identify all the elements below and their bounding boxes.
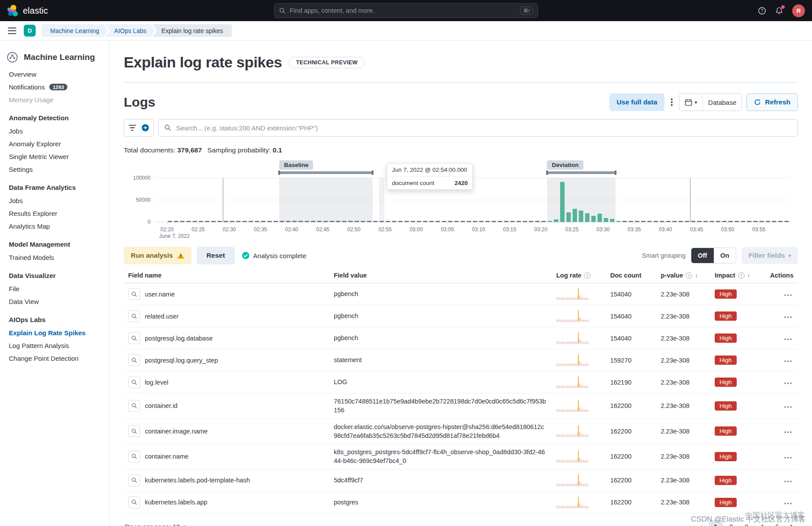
impact-badge: High (715, 452, 737, 461)
sidebar-item-jobs[interactable]: Jobs (0, 125, 109, 137)
row-actions-button[interactable] (782, 315, 794, 320)
elastic-home-link[interactable]: elastic (7, 5, 48, 17)
breadcrumb-item: Explain log rate spikes (152, 24, 232, 37)
sidebar-item-file[interactable]: File (0, 282, 109, 295)
field-filter-icon[interactable] (128, 496, 140, 508)
sidebar: Machine Learning OverviewNotifications12… (0, 41, 110, 526)
use-full-data-button[interactable]: Use full data (609, 93, 664, 111)
sidebar-item-label: File (9, 285, 19, 293)
svg-text:03:45: 03:45 (690, 226, 703, 233)
watermark-overlay-text: 中国社区官方博客 (745, 510, 805, 520)
query-search-input[interactable]: Search... (e.g. status:200 AND extension… (158, 119, 798, 137)
dots-vertical-icon (671, 98, 673, 106)
field-filter-icon[interactable] (128, 474, 140, 486)
field-filter-icon[interactable] (128, 354, 140, 366)
log-rate-sparkline (556, 473, 589, 486)
field-filter-icon[interactable] (128, 332, 140, 344)
filter-fields-button[interactable]: Filter fields ▾ (742, 247, 798, 264)
svg-text:03:35: 03:35 (627, 226, 641, 233)
run-analysis-button[interactable]: Run analysis (124, 247, 192, 264)
rows-per-page-button[interactable]: Rows per page: 10 ▾ (125, 523, 185, 526)
row-actions-button[interactable] (782, 455, 794, 460)
add-filter-button[interactable] (140, 122, 151, 133)
impact-badge: High (715, 476, 737, 485)
smart-grouping-label: Smart grouping (642, 252, 686, 259)
notifications-bell-icon[interactable] (775, 7, 783, 15)
smart-grouping-on-button[interactable]: On (714, 248, 736, 263)
field-filter-icon[interactable] (128, 288, 140, 300)
reset-button[interactable]: Reset (197, 247, 235, 264)
doc-count-value: 162200 (606, 393, 657, 419)
doc-count-value: 162190 (606, 371, 657, 393)
field-name-text: container.image.name (145, 428, 208, 435)
field-filter-icon[interactable] (128, 425, 140, 437)
row-actions-button[interactable] (782, 359, 794, 364)
calendar-dropdown-button[interactable]: ▾ (679, 94, 703, 111)
column-header-p-value[interactable]: p-valuei↑ (656, 268, 710, 283)
sidebar-item-analytics-map[interactable]: Analytics Map (0, 220, 109, 233)
field-filter-icon[interactable] (128, 451, 140, 463)
sidebar-item-settings[interactable]: Settings (0, 163, 109, 176)
sidebar-item-notifications[interactable]: Notifications1293 (0, 81, 109, 93)
sidebar-item-explain-log-rate-spikes[interactable]: Explain Log Rate Spikes (0, 326, 109, 339)
options-menu-button[interactable] (669, 96, 675, 108)
doc-count-value: 154040 (606, 283, 657, 305)
svg-text:03:30: 03:30 (597, 226, 610, 233)
sidebar-item-change-point-detection[interactable]: Change Point Detection (0, 352, 109, 365)
row-actions-button[interactable] (782, 293, 794, 298)
row-actions-button[interactable] (782, 430, 794, 435)
baseline-window-chip[interactable]: Baseline (279, 160, 314, 170)
row-actions-button[interactable] (782, 337, 794, 342)
filter-button[interactable] (127, 123, 138, 133)
sidebar-item-overview[interactable]: Overview (0, 68, 109, 81)
breadcrumb-item[interactable]: Machine Learning (41, 24, 108, 37)
column-header-doc-count: Doc count (606, 268, 657, 283)
sidebar-item-label: Jobs (9, 127, 23, 135)
row-actions-button[interactable] (782, 501, 794, 506)
row-actions-button[interactable] (782, 381, 794, 386)
sidebar-item-label: Anomaly Explorer (9, 140, 61, 148)
info-icon[interactable]: i (686, 272, 692, 279)
sidebar-item-label: Jobs (9, 197, 23, 204)
global-search-input[interactable]: Find apps, content, and more. ⌘/ (274, 3, 538, 18)
impact-badge: High (715, 356, 737, 365)
row-actions-button[interactable] (782, 404, 794, 410)
log-rate-sparkline (556, 331, 589, 344)
data-source-button[interactable]: Database (702, 94, 742, 111)
svg-text:02:55: 02:55 (378, 226, 391, 233)
menu-toggle-button[interactable] (6, 26, 18, 36)
info-icon[interactable]: i (584, 272, 591, 279)
user-avatar[interactable]: R (792, 4, 805, 17)
svg-text:02:25: 02:25 (192, 226, 205, 233)
smart-grouping-off-button[interactable]: Off (691, 248, 714, 263)
svg-text:03:00: 03:00 (410, 226, 423, 233)
tooltip-series-label: document count (392, 180, 434, 186)
sidebar-item-single-metric-viewer[interactable]: Single Metric Viewer (0, 150, 109, 163)
field-filter-icon[interactable] (128, 376, 140, 388)
p-value: 2.23e-308 (656, 469, 710, 491)
sidebar-item-anomaly-explorer[interactable]: Anomaly Explorer (0, 137, 109, 150)
field-value-text: 5dc4ff9cf7 (329, 469, 552, 491)
svg-text:?: ? (761, 8, 764, 13)
sidebar-item-results-explorer[interactable]: Results Explorer (0, 207, 109, 220)
space-avatar[interactable]: D (24, 25, 36, 37)
svg-text:03:15: 03:15 (503, 226, 516, 233)
field-filter-icon[interactable] (128, 310, 140, 322)
sidebar-item-trained-models[interactable]: Trained Models (0, 251, 109, 264)
sidebar-item-jobs[interactable]: Jobs (0, 194, 109, 207)
field-value-text: k8s_postgres_postgres-5dc4ff9cf7-flc4h_o… (329, 444, 552, 470)
table-row: kubernetes.labels.apppostgres1622002.23e… (124, 491, 798, 513)
help-icon[interactable]: ? (758, 7, 766, 15)
field-filter-icon[interactable] (128, 400, 140, 412)
plus-circle-icon (141, 124, 149, 132)
column-header-impact[interactable]: Impacti↑ (710, 268, 764, 283)
refresh-button[interactable]: Refresh (746, 93, 798, 111)
sidebar-item-data-view[interactable]: Data View (0, 295, 109, 308)
row-actions-button[interactable] (782, 479, 794, 484)
info-icon[interactable]: i (738, 272, 745, 279)
doc-count-chart[interactable]: 05000010000002:20June 7, 202202:2502:300… (124, 160, 798, 240)
breadcrumb-item[interactable]: AIOps Labs (105, 24, 155, 37)
log-rate-sparkline (556, 399, 589, 412)
sidebar-item-log-pattern-analysis[interactable]: Log Pattern Analysis (0, 339, 109, 352)
deviation-window-chip[interactable]: Deviation (547, 160, 583, 170)
